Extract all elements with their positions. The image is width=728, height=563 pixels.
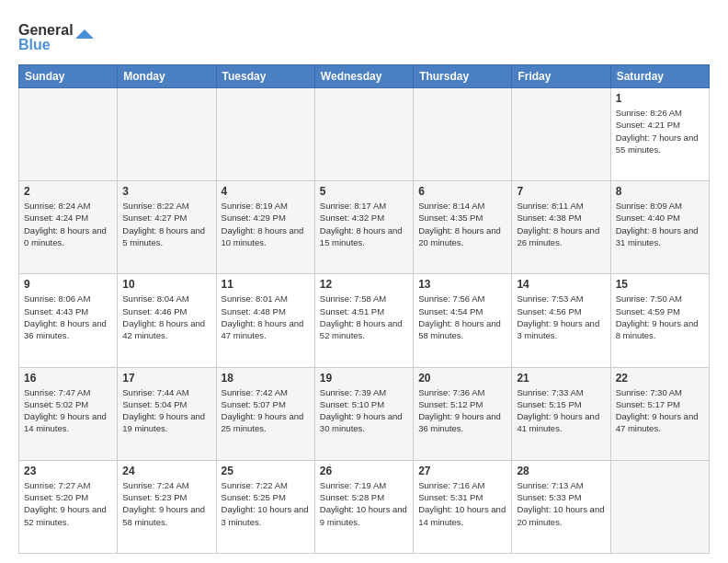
svg-text:Blue: Blue: [18, 37, 51, 52]
day-number: 23: [24, 465, 112, 477]
calendar-cell: [314, 88, 413, 181]
calendar-cell: [216, 88, 314, 181]
calendar-week-row: 2Sunrise: 8:24 AMSunset: 4:24 PMDaylight…: [19, 181, 710, 274]
day-info-line: Sunset: 4:32 PM: [320, 212, 408, 224]
day-info-line: Sunrise: 8:22 AM: [122, 200, 210, 212]
day-info-line: Daylight: 10 hours and 3 minutes.: [222, 503, 310, 528]
calendar-cell: 5Sunrise: 8:17 AMSunset: 4:32 PMDaylight…: [314, 181, 413, 274]
day-info-line: Sunset: 5:04 PM: [122, 398, 210, 410]
day-number: 22: [616, 372, 704, 385]
calendar-cell: 17Sunrise: 7:44 AMSunset: 5:04 PMDayligh…: [118, 367, 216, 460]
day-info-line: Daylight: 9 hours and 8 minutes.: [616, 317, 704, 342]
day-info-line: Sunrise: 7:44 AM: [122, 386, 210, 398]
calendar-week-row: 1Sunrise: 8:26 AMSunset: 4:21 PMDaylight…: [19, 88, 710, 181]
day-info-line: Sunrise: 7:24 AM: [122, 479, 210, 491]
day-info-line: Sunset: 4:54 PM: [418, 305, 506, 317]
day-info-line: Sunset: 5:23 PM: [122, 491, 210, 503]
calendar-cell: [414, 88, 512, 181]
calendar-cell: 12Sunrise: 7:58 AMSunset: 4:51 PMDayligh…: [314, 274, 413, 367]
day-info-line: Sunrise: 7:16 AM: [418, 479, 506, 491]
weekday-header-saturday: Saturday: [610, 65, 709, 88]
day-number: 21: [517, 372, 605, 385]
day-info-line: Sunset: 4:56 PM: [517, 305, 605, 317]
day-info-line: Sunset: 4:38 PM: [517, 212, 605, 224]
day-number: 5: [320, 185, 408, 198]
day-info-line: Sunrise: 7:13 AM: [517, 479, 605, 491]
day-info-line: Sunrise: 7:27 AM: [24, 479, 112, 491]
day-info-line: Sunset: 4:48 PM: [222, 305, 310, 317]
weekday-header-sunday: Sunday: [19, 65, 118, 88]
day-info-line: Daylight: 9 hours and 14 minutes.: [24, 410, 112, 435]
calendar-cell: 23Sunrise: 7:27 AMSunset: 5:20 PMDayligh…: [19, 460, 118, 553]
day-info-line: Daylight: 10 hours and 9 minutes.: [320, 503, 408, 528]
day-info-line: Sunset: 4:40 PM: [616, 212, 704, 224]
calendar-cell: 18Sunrise: 7:42 AMSunset: 5:07 PMDayligh…: [216, 367, 314, 460]
day-info-line: Daylight: 8 hours and 58 minutes.: [418, 317, 506, 342]
day-info-line: Sunrise: 7:56 AM: [418, 293, 506, 304]
day-info-line: Sunset: 5:31 PM: [418, 491, 506, 503]
calendar-cell: 6Sunrise: 8:14 AMSunset: 4:35 PMDaylight…: [414, 181, 512, 274]
day-info-line: Daylight: 9 hours and 47 minutes.: [616, 410, 704, 435]
weekday-header-thursday: Thursday: [414, 65, 512, 88]
day-info-line: Sunrise: 7:36 AM: [418, 386, 506, 398]
day-info-line: Daylight: 9 hours and 58 minutes.: [122, 503, 210, 528]
day-info-line: Daylight: 9 hours and 41 minutes.: [517, 410, 605, 435]
day-info-line: Sunrise: 7:42 AM: [222, 386, 310, 398]
day-info-line: Sunset: 5:02 PM: [24, 398, 112, 410]
day-info-line: Daylight: 9 hours and 36 minutes.: [418, 410, 506, 435]
calendar-cell: 27Sunrise: 7:16 AMSunset: 5:31 PMDayligh…: [414, 460, 512, 553]
day-info-line: Sunset: 4:51 PM: [320, 305, 408, 317]
calendar-cell: 21Sunrise: 7:33 AMSunset: 5:15 PMDayligh…: [512, 367, 610, 460]
weekday-header-tuesday: Tuesday: [216, 65, 314, 88]
day-number: 4: [222, 185, 310, 198]
day-info-line: Daylight: 8 hours and 26 minutes.: [517, 224, 605, 249]
calendar-week-row: 9Sunrise: 8:06 AMSunset: 4:43 PMDaylight…: [19, 274, 710, 367]
day-number: 3: [122, 185, 210, 198]
day-info-line: Sunset: 5:15 PM: [517, 398, 605, 410]
svg-marker-2: [75, 29, 94, 39]
logo-icon: General Blue: [18, 18, 101, 55]
day-info-line: Daylight: 8 hours and 36 minutes.: [24, 317, 112, 342]
day-number: 17: [122, 372, 210, 385]
day-info-line: Sunset: 5:12 PM: [418, 398, 506, 410]
day-info-line: Sunrise: 7:30 AM: [616, 386, 704, 398]
day-info-line: Daylight: 7 hours and 55 minutes.: [616, 132, 704, 156]
calendar-cell: 13Sunrise: 7:56 AMSunset: 4:54 PMDayligh…: [414, 274, 512, 367]
day-info-line: Sunrise: 7:58 AM: [320, 293, 408, 304]
svg-text:General: General: [18, 22, 74, 38]
day-number: 12: [320, 278, 408, 291]
day-info-line: Daylight: 8 hours and 10 minutes.: [222, 224, 310, 249]
calendar-cell: 1Sunrise: 8:26 AMSunset: 4:21 PMDaylight…: [610, 88, 709, 181]
day-info-line: Sunset: 4:35 PM: [418, 212, 506, 224]
day-info-line: Sunrise: 8:04 AM: [122, 293, 210, 304]
logo: General Blue: [18, 18, 101, 55]
day-info-line: Sunset: 4:21 PM: [616, 119, 704, 131]
day-info-line: Daylight: 10 hours and 14 minutes.: [418, 503, 506, 528]
day-number: 15: [616, 278, 704, 291]
day-info-line: Daylight: 8 hours and 31 minutes.: [616, 224, 704, 249]
day-info-line: Daylight: 9 hours and 19 minutes.: [122, 410, 210, 435]
calendar-cell: [118, 88, 216, 181]
day-info-line: Daylight: 8 hours and 15 minutes.: [320, 224, 408, 249]
day-info-line: Sunset: 4:46 PM: [122, 305, 210, 317]
day-info-line: Daylight: 8 hours and 0 minutes.: [24, 224, 112, 249]
calendar-cell: 2Sunrise: 8:24 AMSunset: 4:24 PMDaylight…: [19, 181, 118, 274]
day-info-line: Daylight: 8 hours and 5 minutes.: [122, 224, 210, 249]
day-info-line: Sunrise: 8:19 AM: [222, 200, 310, 212]
calendar-cell: [19, 88, 118, 181]
page: General Blue SundayMondayTuesdayWednesda…: [0, 0, 728, 563]
calendar-cell: 9Sunrise: 8:06 AMSunset: 4:43 PMDaylight…: [19, 274, 118, 367]
day-info-line: Daylight: 8 hours and 47 minutes.: [222, 317, 310, 342]
day-number: 19: [320, 372, 408, 385]
calendar-cell: [610, 460, 709, 553]
day-info-line: Sunrise: 7:50 AM: [616, 293, 704, 304]
weekday-header-row: SundayMondayTuesdayWednesdayThursdayFrid…: [19, 65, 710, 88]
header: General Blue: [18, 15, 710, 55]
day-number: 7: [517, 185, 605, 198]
day-number: 1: [616, 92, 704, 105]
day-number: 6: [418, 185, 506, 198]
day-number: 25: [222, 465, 310, 477]
calendar-cell: 22Sunrise: 7:30 AMSunset: 5:17 PMDayligh…: [610, 367, 709, 460]
calendar-cell: 7Sunrise: 8:11 AMSunset: 4:38 PMDaylight…: [512, 181, 610, 274]
day-info-line: Daylight: 9 hours and 3 minutes.: [517, 317, 605, 342]
